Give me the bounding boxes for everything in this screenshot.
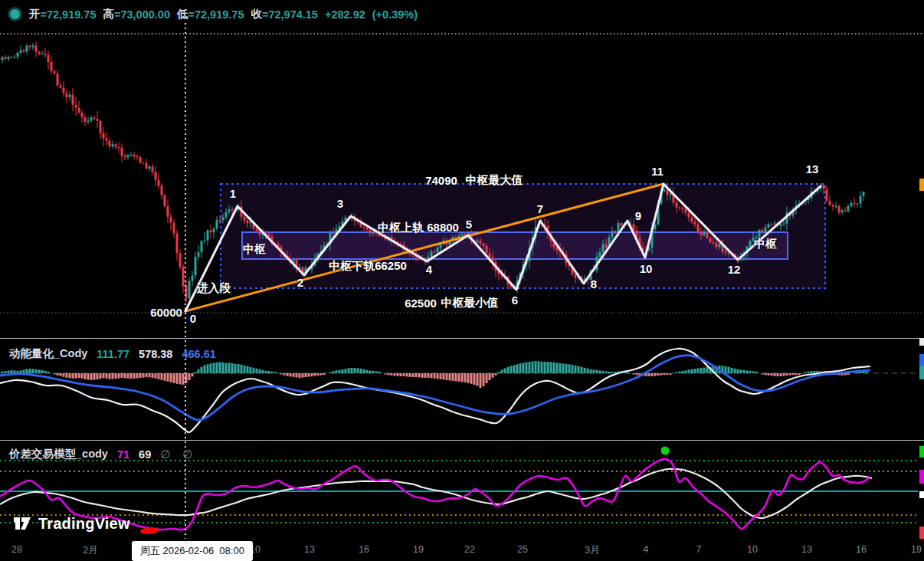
- time-axis-label: 28: [11, 544, 22, 555]
- pivot-number-label: 2: [297, 276, 303, 289]
- momentum-indicator-legend[interactable]: 动能量化_Cody 111.77 578.38 466.61: [9, 346, 216, 361]
- momentum-indicator-title[interactable]: 动能量化_Cody: [9, 346, 87, 361]
- momentum-blue-line: [0, 356, 870, 421]
- tradingview-mark-icon: [12, 513, 33, 533]
- time-axis-label: 13: [801, 544, 812, 555]
- open-value: 开=72,919.75: [29, 7, 96, 21]
- chart-canvas[interactable]: [0, 0, 924, 561]
- spread-null-value: ∅: [182, 448, 195, 461]
- ohlc-legend[interactable]: 开=72,919.75 高=73,000.00 低=72,919.75 收=72…: [8, 7, 418, 21]
- price-label-sliver: [919, 366, 924, 379]
- spread-value-2: 69: [139, 448, 151, 461]
- change-percent: (+0.39%): [372, 8, 418, 21]
- high-value: 高=73,000.00: [103, 7, 169, 21]
- chart-annotation: 74090: [425, 174, 457, 187]
- time-axis-label: 22: [464, 544, 475, 555]
- buy-signal-dot: [661, 447, 670, 455]
- time-axis-label: 19: [911, 544, 922, 555]
- price-label-sliver: [919, 446, 924, 458]
- pivot-number-label: 11: [651, 165, 664, 178]
- chart-annotation: 中枢下轨66250: [329, 259, 407, 274]
- price-label-sliver: [919, 527, 924, 539]
- time-axis-label: 7: [696, 544, 702, 555]
- spread-indicator-title[interactable]: 价差交易模型_cody: [9, 447, 108, 461]
- pivot-number-label: 13: [806, 162, 819, 176]
- close-value: 收=72,974.15: [251, 7, 317, 21]
- chart-annotation: 中枢上轨 68800: [378, 221, 459, 235]
- chart-annotation: 中枢最大值: [466, 173, 523, 188]
- chart-annotation: 60000: [150, 306, 182, 319]
- momentum-value-1: 111.77: [97, 348, 129, 360]
- pivot-number-label: 7: [537, 202, 543, 215]
- price-label-sliver: [919, 354, 924, 366]
- tradingview-wordmark: TradingView: [38, 515, 130, 533]
- time-axis-label: 16: [856, 544, 867, 555]
- low-value: 低=72,919.75: [177, 7, 244, 21]
- pivot-number-label: 6: [512, 294, 518, 307]
- price-label-sliver: [919, 179, 924, 191]
- spread-magenta-line: [0, 459, 870, 530]
- chart-annotation: 进入段: [197, 281, 231, 296]
- time-axis-label: 16: [359, 544, 369, 555]
- spread-null-value: ∅: [160, 448, 173, 461]
- price-label-sliver: [919, 338, 924, 346]
- pane-separator[interactable]: [0, 338, 924, 339]
- pane-separator[interactable]: [0, 440, 924, 441]
- tradingview-logo[interactable]: TradingView: [12, 513, 130, 533]
- chart-annotation: 62500: [405, 297, 437, 310]
- pivot-number-label: 12: [728, 263, 741, 276]
- momentum-value-2: 578.38: [139, 348, 172, 360]
- pivot-number-label: 4: [426, 263, 432, 276]
- pivot-number-label: 0: [190, 312, 196, 325]
- time-axis-label: 2月: [83, 544, 97, 557]
- spread-value-1: 71: [117, 448, 129, 461]
- pivot-number-label: 9: [635, 209, 641, 222]
- time-axis-label: 13: [304, 544, 315, 555]
- tradingview-chart-window: 开=72,919.75 高=73,000.00 低=72,919.75 收=72…: [0, 0, 924, 561]
- time-axis-label: 19: [413, 544, 424, 555]
- change-value: +282.92: [325, 8, 365, 21]
- time-axis-label: 4: [644, 544, 649, 555]
- series-marker-icon: [8, 7, 22, 21]
- time-axis-label: 10: [747, 544, 758, 555]
- price-label-sliver: [919, 470, 924, 484]
- price-label-sliver: [919, 491, 924, 498]
- spread-indicator-legend[interactable]: 价差交易模型_cody 71 69 ∅ ∅: [9, 447, 195, 461]
- time-axis-label: 3月: [585, 544, 599, 557]
- chart-annotation: 中枢: [243, 242, 266, 257]
- pivot-number-label: 10: [640, 262, 653, 275]
- pivot-number-label: 3: [337, 197, 343, 210]
- momentum-value-3: 466.61: [182, 348, 215, 360]
- chart-annotation: 中枢: [754, 237, 777, 251]
- spread-white-line: [0, 469, 872, 518]
- chart-annotation: 中枢最小值: [441, 296, 499, 310]
- pivot-number-label: 5: [466, 218, 472, 231]
- time-axis-label: 25: [517, 544, 528, 555]
- pivot-number-label: 8: [591, 277, 597, 290]
- crosshair-date-tooltip: 周五 2026-02-06 08:00: [132, 541, 253, 561]
- pivot-number-label: 1: [230, 187, 236, 200]
